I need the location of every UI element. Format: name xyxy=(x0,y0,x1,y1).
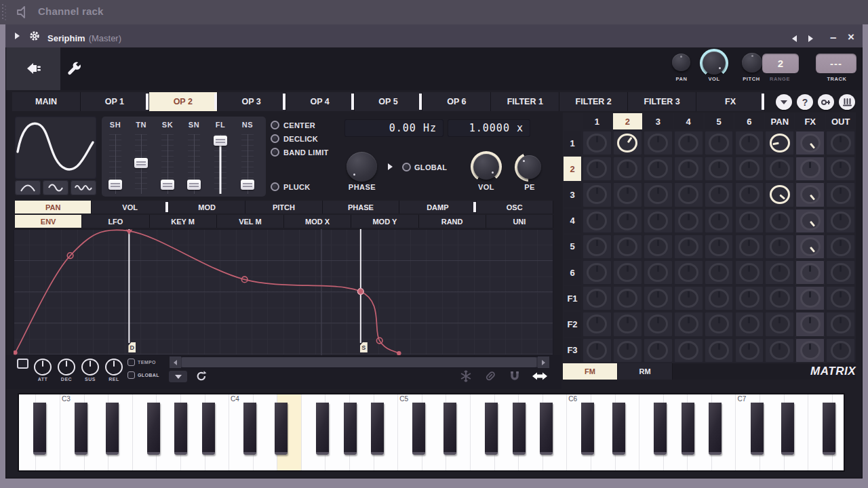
matrix-knob-f2-out[interactable] xyxy=(831,314,851,333)
matrix-cell-3-3[interactable] xyxy=(644,182,673,207)
matrix-knob-f3-6[interactable] xyxy=(739,341,760,360)
matrix-knob-f1-4[interactable] xyxy=(678,289,698,308)
matrix-knob-f2-5[interactable] xyxy=(709,314,729,333)
mod-target-tab-pan[interactable]: PAN xyxy=(15,201,92,214)
close-button[interactable]: × xyxy=(848,31,854,43)
tab-fx[interactable]: FX xyxy=(696,92,765,111)
matrix-knob-3-fx[interactable] xyxy=(800,185,821,204)
matrix-cell-f2-2[interactable] xyxy=(613,312,642,336)
wave-shape-sine-button[interactable] xyxy=(43,180,68,195)
matrix-knob-3-2[interactable] xyxy=(617,185,637,204)
matrix-cell-f1-fx[interactable] xyxy=(795,286,825,310)
slider-handle-ns[interactable] xyxy=(241,180,254,190)
matrix-cell-f1-3[interactable] xyxy=(644,286,673,310)
matrix-knob-f1-out[interactable] xyxy=(831,289,851,308)
pitch-range-display[interactable]: 2 xyxy=(762,54,799,73)
envelope-editor[interactable]: DS xyxy=(14,229,553,355)
matrix-knob-1-6[interactable] xyxy=(739,134,760,152)
matrix-cell-6-1[interactable] xyxy=(583,260,612,285)
matrix-knob-6-out[interactable] xyxy=(831,263,851,282)
piano-key-ds4[interactable] xyxy=(275,403,288,455)
piano-key-cs4[interactable] xyxy=(243,403,256,455)
matrix-knob-1-fx[interactable] xyxy=(800,134,821,152)
matrix-cell-f3-fx[interactable] xyxy=(795,338,825,363)
matrix-cell-1-5[interactable] xyxy=(705,131,734,155)
matrix-knob-6-2[interactable] xyxy=(617,263,637,282)
piano-key-as3[interactable] xyxy=(202,403,215,455)
global-env-checkbox[interactable] xyxy=(127,371,135,379)
matrix-knob-3-1[interactable] xyxy=(587,185,607,204)
matrix-cell-f2-3[interactable] xyxy=(644,312,673,336)
matrix-knob-2-1[interactable] xyxy=(587,159,607,178)
matrix-cell-f1-out[interactable] xyxy=(826,286,855,310)
matrix-cell-3-fx[interactable] xyxy=(795,182,825,207)
slide-arrows-icon[interactable] xyxy=(532,371,548,382)
matrix-cell-4-5[interactable] xyxy=(705,209,734,233)
matrix-cell-2-5[interactable] xyxy=(705,157,734,181)
matrix-cell-6-out[interactable] xyxy=(826,260,855,285)
matrix-knob-f2-3[interactable] xyxy=(648,314,668,333)
piano-key-ds7[interactable] xyxy=(781,403,794,455)
matrix-cell-4-out[interactable] xyxy=(826,209,855,233)
mod-target-tab-damp[interactable]: DAMP xyxy=(399,201,476,214)
matrix-knob-4-out[interactable] xyxy=(831,211,851,230)
tab-op-1[interactable]: OP 1 xyxy=(81,92,149,111)
matrix-row-header-6[interactable]: 6 xyxy=(564,260,581,285)
matrix-cell-f2-4[interactable] xyxy=(674,312,703,336)
matrix-knob-1-pan[interactable] xyxy=(770,134,790,152)
piano-key-cs3[interactable] xyxy=(75,403,87,455)
slider-handle-fl[interactable] xyxy=(214,136,227,146)
matrix-row-header-2[interactable]: 2 xyxy=(564,157,581,181)
envelope-point-start[interactable] xyxy=(14,350,18,354)
matrix-cell-2-out[interactable] xyxy=(826,157,855,181)
matrix-cell-f3-1[interactable] xyxy=(583,338,612,363)
matrix-knob-2-pan[interactable] xyxy=(770,159,790,178)
pitch-env-knob[interactable] xyxy=(515,152,544,182)
tab-op-3[interactable]: OP 3 xyxy=(218,92,286,111)
matrix-cell-1-6[interactable] xyxy=(735,131,764,155)
matrix-cell-5-5[interactable] xyxy=(705,235,734,259)
piano-key-as2[interactable] xyxy=(33,403,46,455)
gear-icon[interactable] xyxy=(28,30,41,42)
matrix-knob-2-out[interactable] xyxy=(831,159,851,178)
matrix-cell-3-4[interactable] xyxy=(674,182,703,207)
matrix-cell-5-4[interactable] xyxy=(674,235,703,259)
matrix-knob-2-3[interactable] xyxy=(648,159,668,178)
matrix-cell-f1-pan[interactable] xyxy=(765,286,794,310)
piano-key-as6[interactable] xyxy=(709,403,722,455)
tab-filter-1[interactable]: FILTER 1 xyxy=(491,92,559,111)
matrix-cell-4-pan[interactable] xyxy=(765,209,794,233)
matrix-cell-4-fx[interactable] xyxy=(795,209,825,233)
matrix-cell-f1-2[interactable] xyxy=(613,286,642,310)
piano-key-as4[interactable] xyxy=(371,403,384,455)
matrix-cell-4-4[interactable] xyxy=(674,209,703,233)
matrix-knob-6-3[interactable] xyxy=(648,263,668,282)
matrix-cell-f2-pan[interactable] xyxy=(765,312,794,336)
matrix-knob-f3-out[interactable] xyxy=(831,341,851,360)
matrix-cell-f1-4[interactable] xyxy=(674,286,703,310)
matrix-cell-5-1[interactable] xyxy=(583,235,612,259)
matrix-cell-f3-3[interactable] xyxy=(644,338,673,363)
matrix-cell-5-fx[interactable] xyxy=(795,235,825,259)
voice-tile[interactable] xyxy=(6,47,60,90)
matrix-knob-3-4[interactable] xyxy=(678,185,698,204)
matrix-knob-4-fx[interactable] xyxy=(800,211,821,230)
matrix-knob-5-3[interactable] xyxy=(648,237,668,256)
matrix-knob-2-6[interactable] xyxy=(739,159,760,178)
matrix-knob-f1-fx[interactable] xyxy=(800,289,821,308)
matrix-knob-f2-pan[interactable] xyxy=(770,314,790,333)
piano-key-gs3[interactable] xyxy=(174,403,187,455)
track-display[interactable]: --- xyxy=(816,54,856,73)
matrix-cell-2-3[interactable] xyxy=(644,157,673,181)
matrix-row-header-5[interactable]: 5 xyxy=(564,235,581,259)
matrix-col-header-6[interactable]: 6 xyxy=(735,113,764,129)
matrix-cell-1-3[interactable] xyxy=(644,131,673,155)
matrix-knob-f3-fx[interactable] xyxy=(800,341,821,360)
matrix-knob-5-1[interactable] xyxy=(587,237,607,256)
matrix-knob-f2-2[interactable] xyxy=(617,314,637,333)
matrix-knob-3-3[interactable] xyxy=(648,185,668,204)
freeze-icon[interactable] xyxy=(460,370,472,382)
matrix-col-header-5[interactable]: 5 xyxy=(705,113,734,129)
tab-op-2[interactable]: OP 2 xyxy=(149,92,218,111)
link-icon[interactable] xyxy=(484,370,496,382)
